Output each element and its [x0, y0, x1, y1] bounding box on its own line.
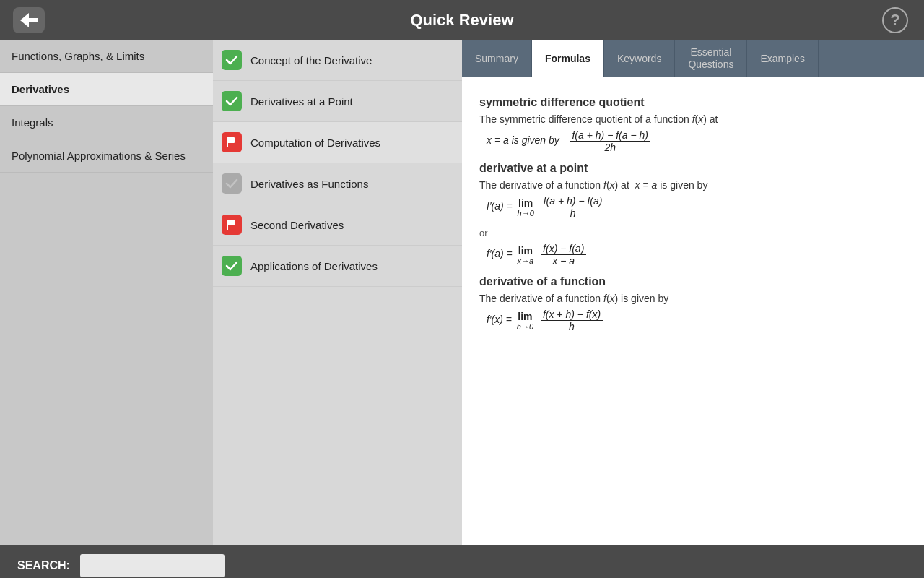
sidebar-item-functions[interactable]: Functions, Graphs, & Limits: [0, 40, 213, 73]
check-icon-derivatives-point: [222, 91, 242, 111]
main-area: Functions, Graphs, & Limits Derivatives …: [0, 40, 924, 545]
content-area: Summary Formulas Keywords EssentialQuest…: [462, 40, 924, 545]
formula-deriv-point-1: f′(a) = lim h→0 f(a + h) − f(a) h: [487, 195, 907, 219]
check-icon-concept: [222, 50, 242, 70]
check-icon-applications: [222, 256, 242, 276]
flag-icon-second: [222, 215, 242, 235]
empty-icon-derivatives-functions: [222, 173, 242, 194]
top-bar: Quick Review ?: [0, 0, 924, 40]
topic-item-second-derivatives[interactable]: Second Derivatives: [213, 204, 462, 246]
tab-examples[interactable]: Examples: [747, 40, 818, 77]
topic-item-derivatives-point[interactable]: Derivatives at a Point: [213, 81, 462, 122]
formula-symmetric: x = a is given by f(a + h) − f(a − h) 2h: [487, 129, 907, 153]
sidebar-item-derivatives[interactable]: Derivatives: [0, 73, 213, 106]
svg-rect-6: [227, 220, 235, 225]
sidebar-item-integrals[interactable]: Integrals: [0, 106, 213, 139]
search-input[interactable]: [80, 554, 225, 577]
topic-list: Concept of the Derivative Derivatives at…: [213, 40, 462, 545]
formula-desc-deriv-func: The derivative of a function f(x) is giv…: [479, 293, 907, 304]
svg-text:?: ?: [890, 11, 899, 29]
help-button[interactable]: ?: [879, 4, 911, 36]
section-title-symmetric: symmetric difference quotient: [479, 96, 907, 109]
or-text-1: or: [479, 228, 907, 238]
section-title-deriv-point: derivative at a point: [479, 162, 907, 175]
formula-desc-symmetric: The symmetric difference quotient of a f…: [479, 113, 907, 125]
app-title: Quick Review: [410, 11, 513, 30]
section-title-deriv-func: derivative of a function: [479, 275, 907, 288]
formula-deriv-point-2: f′(a) = lim x→a f(x) − f(a) x − a: [487, 243, 907, 267]
svg-rect-4: [227, 137, 235, 143]
svg-rect-1: [27, 18, 38, 22]
sidebar-item-poly[interactable]: Polynomial Approximations & Series: [0, 139, 213, 173]
tab-bar: Summary Formulas Keywords EssentialQuest…: [462, 40, 924, 77]
bottom-bar: SEARCH:: [0, 545, 924, 578]
formula-deriv-func-1: f′(x) = lim h→0 f(x + h) − f(x) h: [487, 309, 907, 332]
topic-item-computation[interactable]: Computation of Derivatives: [213, 122, 462, 163]
back-button[interactable]: [13, 7, 45, 33]
content-body: symmetric difference quotient The symmet…: [462, 77, 924, 545]
search-label: SEARCH:: [17, 559, 70, 572]
formula-desc-deriv-point: The derivative of a function f(x) at x =…: [479, 179, 907, 191]
topic-item-derivatives-functions[interactable]: Derivatives as Functions: [213, 163, 462, 204]
tab-keywords[interactable]: Keywords: [604, 40, 675, 77]
tab-summary[interactable]: Summary: [462, 40, 532, 77]
tab-formulas[interactable]: Formulas: [532, 40, 604, 77]
topic-item-applications[interactable]: Applications of Derivatives: [213, 246, 462, 287]
tab-essential-questions[interactable]: EssentialQuestions: [675, 40, 747, 77]
topic-item-concept[interactable]: Concept of the Derivative: [213, 40, 462, 81]
sidebar: Functions, Graphs, & Limits Derivatives …: [0, 40, 213, 545]
flag-icon-computation: [222, 132, 242, 152]
